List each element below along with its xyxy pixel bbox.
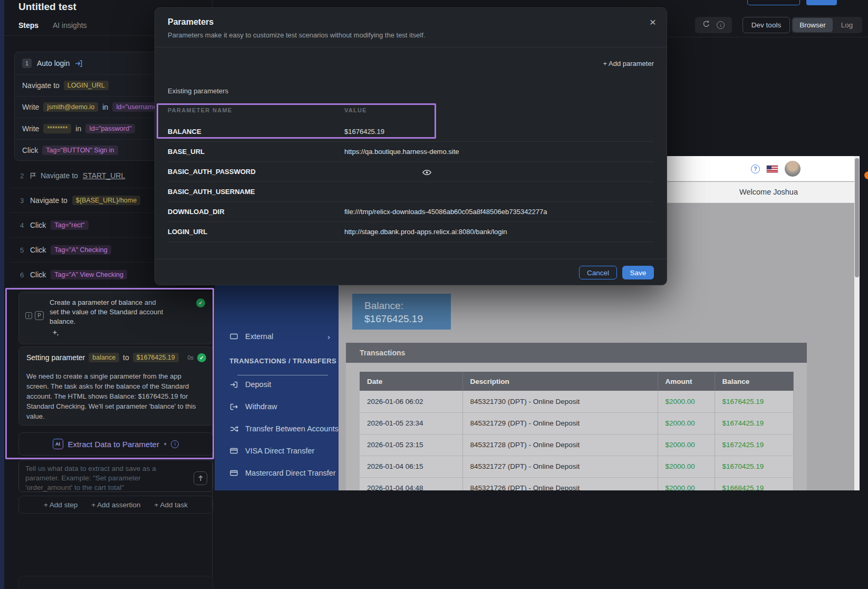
tab-ai-insights[interactable]: AI insights [53,21,87,30]
param-row-basic-auth-username[interactable]: BASIC_AUTH_USERNAME [168,182,654,202]
sidebar-section-title: TRANSACTIONS / TRANSFERS [229,357,336,365]
transactions-table: Date Description Amount Balance 2026-01-… [360,372,794,490]
cell-amount: $2000.00 [658,456,715,477]
sidebar-item-visa-direct-transfer[interactable]: VISA Direct Transfer [215,443,339,459]
scrollbar[interactable] [854,156,860,490]
task-icons: i P [25,311,44,320]
sidebar-item-withdraw[interactable]: Withdraw [215,399,339,414]
next-card-edge [18,576,213,589]
sidebar-divider [237,375,328,375]
tab-steps[interactable]: Steps [18,21,38,30]
avatar[interactable] [785,161,801,177]
param-row-base-url[interactable]: BASE_URL https://qa.boutique.harness-dem… [168,142,654,162]
action-label: Click [30,221,46,229]
credit-card-icon [229,448,238,454]
table-header-row: Date Description Amount Balance [360,372,793,391]
recording-dot [864,171,868,179]
param-value: $1676425.19 [344,128,384,136]
extract-prompt-input[interactable] [19,460,213,491]
add-assertion-button[interactable]: + Add assertion [91,501,140,509]
sidebar-item-label: Deposit [245,380,271,389]
cell-date: 2026-01-04 06:15 [360,456,462,477]
in-label: in [75,124,81,133]
cell-description: 845321727 (DPT) - Online Deposit [462,456,658,477]
scrollbar-thumb[interactable] [855,158,859,277]
info-square-icon: i [25,312,32,319]
param-row-download-dir[interactable]: DOWNLOAD_DIR file:///tmp/relicx-download… [168,202,654,222]
tab-browser[interactable]: Browser [793,18,833,32]
cell-amount: $2000.00 [658,434,715,456]
dev-tools-button[interactable]: Dev tools [742,17,790,33]
param-value: http://stage.dbank.prod-apps.relicx.ai:8… [344,228,507,236]
extract-data-label: Extract Data to Parameter [68,440,159,449]
transactions-panel: Transactions Date Description Amount Bal… [346,343,807,490]
selector-chip: Tag="A" View Checking [51,270,127,279]
transfer-icon [229,426,238,432]
action-label: Navigate to [41,171,78,180]
target-chip: ${BASE_URL}/home [72,196,140,205]
add-parameter-button[interactable]: + Add parameter [603,60,654,67]
close-icon[interactable]: × [650,16,656,27]
sidebar-item-transfer-between-accounts[interactable]: Transfer Between Accounts [215,421,339,437]
action-label: Click [22,146,38,155]
us-flag-icon[interactable] [767,166,778,172]
save-button[interactable]: Save [622,266,654,279]
param-name: BALANCE [168,128,201,136]
param-name: BASIC_AUTH_USERNAME [168,188,255,196]
col-header-parameter-name: PARAMETER NAME [168,107,233,113]
param-name: DOWNLOAD_DIR [168,208,225,216]
col-header-value: VALUE [344,107,367,113]
balance-value: $1676425.19 [364,312,451,325]
in-label: in [102,103,108,111]
table-row: 2026-01-05 23:15 845321728 (DPT) - Onlin… [360,434,793,456]
cell-amount: $2000.00 [658,391,715,412]
to-label: to [123,353,129,362]
test-title: Untitled test [18,1,76,13]
sidebar-item-external[interactable]: External › [215,329,339,344]
param-row-basic-auth-password[interactable]: BASIC_AUTH_PASSWORD [168,162,654,182]
cell-date: 2026-01-05 23:15 [360,434,462,456]
top-outlined-button[interactable] [747,0,800,5]
action-label: Click [30,246,46,254]
top-primary-button[interactable] [806,0,837,5]
left-rail [0,0,4,589]
param-row-balance[interactable]: BALANCE $1676425.19 [168,122,654,142]
extract-data-header[interactable]: AI Extract Data to Parameter ▾ i [18,432,213,456]
setting-explanation: We need to create a single parameter fro… [26,371,204,421]
table-row: 2026-01-04 06:15 845321727 (DPT) - Onlin… [360,456,793,477]
chevron-down-icon[interactable]: ▾ [164,441,167,447]
sidebar-item-deposit[interactable]: Deposit [215,376,339,392]
sidebar-item-mastercard-direct-transfer[interactable]: Mastercard Direct Transfer [215,465,339,481]
info-icon[interactable]: i [171,440,179,448]
param-name: BASIC_AUTH_PASSWORD [168,168,256,176]
add-actions-bar: + Add step + Add assertion + Add task [18,496,213,514]
setting-parameter-card[interactable]: Setting parameter balance to $1676425.19… [18,346,213,426]
selector-chip: Id="password" [85,124,135,133]
refresh-icon[interactable] [702,20,710,30]
param-row-login-url[interactable]: LOGIN_URL http://stage.dbank.prod-apps.r… [168,222,654,242]
param-table-header: PARAMETER NAME VALUE [168,103,654,122]
modal-footer-divider [155,259,667,259]
col-header-balance: Balance [715,372,793,391]
col-header-description: Description [462,372,658,391]
withdraw-icon [229,403,238,410]
action-label: Write [22,124,39,133]
selector-chip: Tag="BUTTON" Sign in [42,146,118,155]
app-topbar-icons: ? [751,156,801,181]
step-number: 5 [20,246,25,254]
ai-task-card[interactable]: i P Create a parameter of balance and se… [18,292,213,344]
info-icon[interactable]: i [717,21,725,29]
send-icon[interactable] [194,471,207,485]
cell-balance: $1672425.19 [715,434,793,456]
step-number: 3 [20,197,25,205]
cancel-button[interactable]: Cancel [579,266,617,279]
table-row: 2026-01-05 23:34 845321729 (DPT) - Onlin… [360,412,793,434]
add-step-button[interactable]: + Add step [44,501,78,509]
add-task-button[interactable]: + Add task [155,501,188,509]
cell-date: 2026-01-05 23:34 [360,412,462,434]
tab-log[interactable]: Log [833,18,861,32]
eye-icon[interactable] [422,168,431,178]
help-icon[interactable]: ? [751,165,760,173]
start-url-link[interactable]: START_URL [83,171,125,180]
target-chip: LOGIN_URL [64,81,109,90]
